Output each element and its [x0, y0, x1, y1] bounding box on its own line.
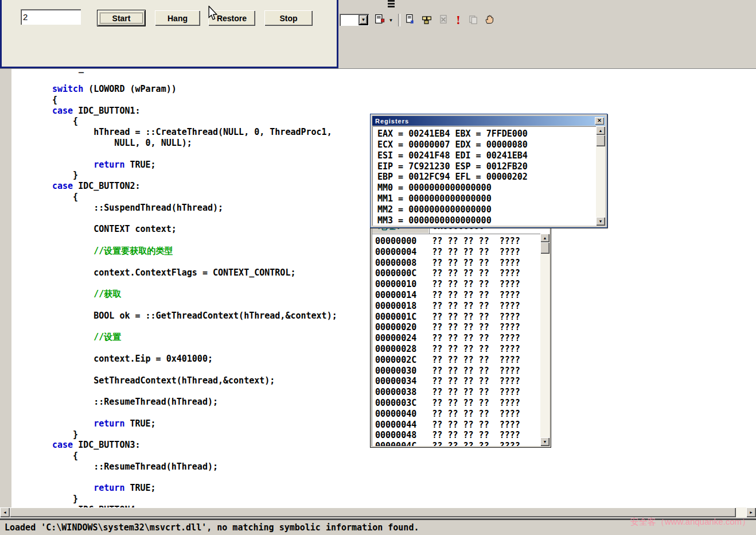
wizardbar-action-dropdown-button[interactable]: ▼	[387, 13, 395, 27]
hang-button[interactable]: Hang	[155, 10, 200, 26]
register-line: MM1 = 0000000000000000	[377, 193, 596, 204]
toolbar-separator	[398, 14, 400, 26]
breakpoint-hand-button[interactable]	[482, 13, 497, 27]
memory-rows: 00000000 ?? ?? ?? ?? ????00000004 ?? ?? …	[372, 234, 540, 446]
build-icon	[422, 14, 432, 26]
thread-count-input[interactable]	[21, 9, 81, 25]
register-line: EBP = 0012FC94 EFL = 00000202	[377, 172, 596, 183]
memory-row: 00000020 ?? ?? ?? ?? ????	[375, 322, 540, 333]
registers-scroll-thumb[interactable]	[596, 135, 605, 146]
watermark: 安全客（www.anquanke.com）	[630, 517, 750, 528]
status-message: Loaded 'C:\WINDOWS\system32\msvcrt.dll',…	[5, 522, 419, 533]
code-line	[52, 472, 756, 483]
memory-row: 00000030 ?? ?? ?? ?? ????	[375, 366, 540, 377]
scroll-down-button[interactable]: ▼	[596, 217, 605, 226]
memory-row: 0000003C ?? ?? ?? ?? ????	[375, 398, 540, 409]
stop-build-button[interactable]	[436, 13, 451, 27]
memory-row: 00000014 ?? ?? ?? ?? ????	[375, 290, 540, 301]
stop-button[interactable]: Stop	[264, 10, 313, 26]
hand-icon	[484, 14, 495, 26]
register-line: MM0 = 0000000000000000	[377, 183, 596, 193]
scroll-right-button[interactable]: ►	[746, 507, 756, 517]
registers-vertical-scrollbar[interactable]: ▲ ▼	[596, 126, 605, 226]
code-line: switch (LOWORD (wParam))	[52, 84, 756, 95]
code-line: return TRUE;	[52, 483, 756, 494]
memory-vertical-scrollbar[interactable]: ▲ ▼	[540, 234, 550, 446]
arrow-left-icon: ◄	[3, 510, 7, 514]
register-line: ESI = 00241F48 EDI = 00241EB4	[377, 150, 596, 161]
arrow-up-icon: ▲	[543, 236, 547, 240]
mouse-cursor	[206, 6, 219, 23]
memory-row: 00000044 ?? ?? ?? ?? ????	[375, 420, 540, 431]
memory-row: 00000010 ?? ?? ?? ?? ????	[375, 279, 540, 290]
code-line: }	[52, 494, 756, 505]
chevron-down-icon: ▼	[361, 17, 366, 22]
code-line: ::ResumeThread(hThread);	[52, 462, 756, 472]
memory-row: 00000024 ?? ?? ?? ?? ????	[375, 333, 540, 344]
h-scroll-thumb[interactable]	[10, 507, 736, 517]
memory-row: 0000000C ?? ?? ?? ?? ????	[375, 268, 540, 279]
memory-row: 00000040 ?? ?? ?? ?? ????	[375, 409, 540, 420]
memory-row: 0000002C ?? ?? ?? ?? ????	[375, 355, 540, 366]
arrow-down-icon: ▼	[599, 219, 603, 223]
memory-row: 00000028 ?? ?? ?? ?? ????	[375, 344, 540, 355]
wizardbar-members-combo[interactable]: ▼	[340, 14, 369, 26]
code-line: {	[52, 451, 756, 462]
wizardbar-action-icon	[375, 14, 385, 26]
editor-horizontal-scrollbar[interactable]: ◄ ►	[0, 507, 756, 517]
memory-scroll-thumb[interactable]	[540, 242, 550, 254]
memory-content[interactable]: 00000000 ?? ?? ?? ?? ????00000004 ?? ?? …	[372, 234, 550, 446]
button-label: Start	[112, 14, 131, 23]
memory-window: 地址: 0x00000000 00000000 ?? ?? ?? ?? ????…	[370, 217, 551, 448]
register-line: MM2 = 0000000000000000	[377, 204, 596, 215]
scroll-left-button[interactable]: ◄	[0, 507, 10, 517]
close-button[interactable]: ✕	[595, 117, 604, 125]
button-label: Stop	[279, 14, 297, 23]
combo-dropdown-button[interactable]: ▼	[358, 14, 368, 25]
registers-title: Registers	[375, 118, 595, 125]
arrow-up-icon: ▲	[599, 129, 603, 133]
memory-row: 00000038 ?? ?? ?? ?? ????	[375, 387, 540, 398]
memory-row: 0000001C ?? ?? ?? ?? ????	[375, 312, 540, 323]
execute-program-button[interactable]: !	[451, 13, 466, 27]
docked-toolbar-fragment-icon	[388, 0, 395, 8]
arrow-down-icon: ▼	[543, 440, 547, 444]
chevron-down-icon: ▼	[389, 18, 393, 23]
scroll-up-button[interactable]: ▲	[596, 126, 605, 135]
scroll-up-button[interactable]: ▲	[540, 234, 550, 242]
debugger-app-window: ▼ ▼ !	[0, 0, 756, 535]
memory-row: 00000018 ?? ?? ?? ?? ????	[375, 301, 540, 312]
register-line: ECX = 00000007 EDX = 00000080	[377, 139, 596, 150]
wizardbar-action-button[interactable]	[372, 13, 387, 27]
stop-build-icon	[438, 14, 449, 26]
memory-row: 00000000 ?? ?? ?? ?? ????	[375, 236, 540, 247]
memory-row: 00000034 ?? ?? ?? ?? ????	[375, 376, 540, 387]
memory-row: 0000004C ?? ?? ?? ?? ????	[375, 441, 540, 446]
top-toolbar: ▼ ▼ !	[338, 0, 756, 68]
code-line: {	[52, 95, 756, 106]
registers-window: Registers ✕ EAX = 00241EB4 EBX = 7FFDE00…	[370, 114, 607, 228]
start-button[interactable]: Start	[98, 10, 145, 26]
close-icon: ✕	[597, 118, 602, 124]
registers-content[interactable]: EAX = 00241EB4 EBX = 7FFDE000ECX = 00000…	[372, 126, 605, 226]
button-label: Hang	[167, 14, 188, 23]
registers-list: EAX = 00241EB4 EBX = 7FFDE000ECX = 00000…	[372, 126, 596, 226]
memory-row: 00000048 ?? ?? ?? ?? ????	[375, 430, 540, 441]
compile-icon	[405, 14, 415, 26]
build-button[interactable]	[419, 13, 434, 27]
thread-control-dialog: Start Hang Restore Stop	[0, 0, 338, 68]
batch-build-icon	[468, 14, 478, 26]
register-line: EIP = 7C921230 ESP = 0012FB20	[377, 161, 596, 172]
registers-titlebar[interactable]: Registers ✕	[372, 116, 605, 126]
arrow-right-icon: ►	[749, 510, 753, 514]
scroll-down-button[interactable]: ▼	[540, 437, 550, 446]
execute-program-icon: !	[456, 14, 461, 26]
button-label: Restore	[217, 14, 247, 23]
clipped-code-fragment: _	[79, 69, 84, 73]
memory-row: 00000008 ?? ?? ?? ?? ????	[375, 258, 540, 269]
compile-button[interactable]	[403, 13, 418, 27]
editor-selection-margin[interactable]	[0, 69, 11, 507]
memory-row: 00000004 ?? ?? ?? ?? ????	[375, 247, 540, 258]
batch-build-button[interactable]	[466, 13, 481, 27]
register-line: MM3 = 0000000000000000	[377, 215, 596, 226]
